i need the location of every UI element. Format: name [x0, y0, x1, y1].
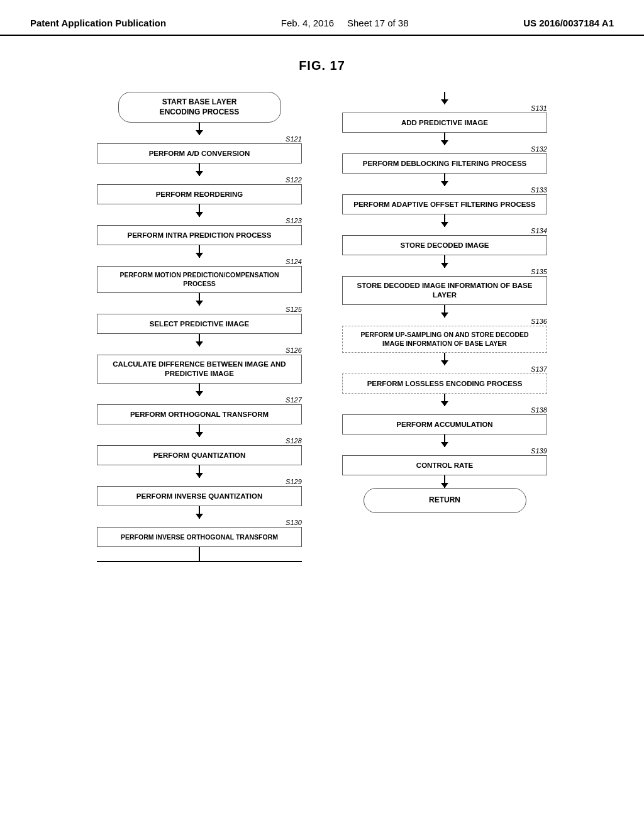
box-s129: PERFORM INVERSE QUANTIZATION [97, 486, 302, 506]
arrow-10 [199, 506, 200, 519]
step-s127: S127 PERFORM ORTHOGONAL TRANSFORM [83, 396, 316, 424]
step-s139: S139 CONTROL RATE [328, 447, 561, 475]
arrow-5 [199, 293, 200, 306]
connector-h-wrap [97, 561, 302, 562]
step-label-s136: S136 [342, 318, 547, 325]
box-s121: PERFORM A/D CONVERSION [97, 143, 302, 163]
arrow-r7 [444, 353, 445, 365]
step-label-s124: S124 [97, 258, 302, 265]
step-label-s133: S133 [342, 186, 547, 194]
step-s132: S132 PERFORM DEBLOCKING FILTERING PROCES… [328, 145, 561, 174]
box-start: START BASE LAYER ENCODING PROCESS [118, 92, 281, 123]
arrow-6 [199, 334, 200, 346]
step-label-s122: S122 [97, 176, 302, 184]
box-s126: CALCULATE DIFFERENCE BETWEEN IMAGE AND P… [97, 355, 302, 384]
step-label-s127: S127 [97, 396, 302, 404]
right-column: S131 ADD PREDICTIVE IMAGE S132 PERFORM D… [328, 92, 561, 513]
header-date: Feb. 4, 2016 [281, 18, 334, 28]
step-s131: S131 ADD PREDICTIVE IMAGE [328, 104, 561, 133]
step-label-s139: S139 [342, 447, 547, 455]
step-s124: S124 PERFORM MOTION PREDICTION/COMPENSAT… [83, 258, 316, 293]
step-s126: S126 CALCULATE DIFFERENCE BETWEEN IMAGE … [83, 346, 316, 384]
step-label-s123: S123 [97, 217, 302, 224]
box-s125: SELECT PREDICTIVE IMAGE [97, 314, 302, 334]
box-s123: PERFORM INTRA PREDICTION PROCESS [97, 225, 302, 245]
box-s132: PERFORM DEBLOCKING FILTERING PROCESS [342, 153, 547, 174]
arrow-r9 [444, 434, 445, 447]
step-s122: S122 PERFORM REORDERING [83, 176, 316, 204]
box-s137: PERFORM LOSSLESS ENCODING PROCESS [342, 374, 547, 394]
box-s124: PERFORM MOTION PREDICTION/COMPENSATION P… [97, 266, 302, 293]
step-s123: S123 PERFORM INTRA PREDICTION PROCESS [83, 217, 316, 245]
step-s137: S137 PERFORM LOSSLESS ENCODING PROCESS [328, 365, 561, 394]
step-label-s134: S134 [342, 227, 547, 235]
arrow-r4 [444, 214, 445, 227]
arrow-3 [199, 204, 200, 217]
step-label-s128: S128 [97, 437, 302, 445]
arrow-4 [199, 245, 200, 258]
step-label-s132: S132 [342, 145, 547, 153]
diagram-container: START BASE LAYER ENCODING PROCESS S121 P… [0, 92, 644, 562]
arrow-1 [199, 123, 200, 135]
step-s130: S130 PERFORM INVERSE ORTHOGONAL TRANSFOR… [83, 519, 316, 547]
box-s134: STORE DECODED IMAGE [342, 235, 547, 255]
connector-hline [97, 561, 302, 562]
step-s135: S135 STORE DECODED IMAGE INFORMATION OF … [328, 268, 561, 305]
box-s131: ADD PREDICTIVE IMAGE [342, 113, 547, 133]
step-label-s131: S131 [342, 104, 547, 112]
header-center: Feb. 4, 2016 Sheet 17 of 38 [281, 18, 409, 28]
step-label-s138: S138 [342, 406, 547, 414]
step-label-s121: S121 [97, 135, 302, 143]
arrow-7 [199, 384, 200, 396]
box-s139: CONTROL RATE [342, 455, 547, 475]
arrow-9 [199, 465, 200, 478]
step-s134: S134 STORE DECODED IMAGE [328, 227, 561, 255]
step-s121: S121 PERFORM A/D CONVERSION [83, 135, 316, 163]
box-s127: PERFORM ORTHOGONAL TRANSFORM [97, 404, 302, 424]
header-right: US 2016/0037184 A1 [523, 18, 614, 28]
box-s135: STORE DECODED IMAGE INFORMATION OF BASE … [342, 276, 547, 305]
step-label-s130: S130 [97, 519, 302, 526]
step-label-s125: S125 [97, 306, 302, 313]
header-left: Patent Application Publication [30, 18, 166, 28]
step-s125: S125 SELECT PREDICTIVE IMAGE [83, 306, 316, 334]
step-label-s135: S135 [342, 268, 547, 275]
box-s136: PERFORM UP-SAMPLING ON AND STORE DECODED… [342, 326, 547, 353]
arrow-r5 [444, 255, 445, 268]
box-return: RETURN [364, 488, 526, 513]
arrow-r2 [444, 133, 445, 145]
arrow-from-connector [444, 92, 445, 104]
step-label-s129: S129 [97, 478, 302, 485]
box-s122: PERFORM REORDERING [97, 184, 302, 204]
step-s133: S133 PERFORM ADAPTIVE OFFSET FILTERING P… [328, 186, 561, 214]
step-label-s126: S126 [97, 346, 302, 354]
arrow-r3 [444, 174, 445, 186]
fig-title: FIG. 17 [0, 58, 644, 73]
step-s129: S129 PERFORM INVERSE QUANTIZATION [83, 478, 316, 506]
arrow-2 [199, 163, 200, 176]
step-return: RETURN [328, 488, 561, 513]
step-s138: S138 PERFORM ACCUMULATION [328, 406, 561, 434]
header-sheet: Sheet 17 of 38 [347, 18, 409, 28]
arrow-r8 [444, 394, 445, 406]
box-s138: PERFORM ACCUMULATION [342, 414, 547, 434]
step-s136: S136 PERFORM UP-SAMPLING ON AND STORE DE… [328, 318, 561, 353]
step-label-s137: S137 [342, 365, 547, 373]
page-header: Patent Application Publication Feb. 4, 2… [0, 0, 644, 36]
arrow-r6 [444, 305, 445, 318]
arrow-8 [199, 424, 200, 437]
box-s130: PERFORM INVERSE ORTHOGONAL TRANSFORM [97, 527, 302, 547]
connector-line-down-left [199, 547, 200, 561]
left-column: START BASE LAYER ENCODING PROCESS S121 P… [83, 92, 316, 562]
box-s128: PERFORM QUANTIZATION [97, 445, 302, 465]
box-s133: PERFORM ADAPTIVE OFFSET FILTERING PROCES… [342, 194, 547, 214]
step-s128: S128 PERFORM QUANTIZATION [83, 437, 316, 465]
step-start: START BASE LAYER ENCODING PROCESS [83, 92, 316, 123]
arrow-r10 [444, 475, 445, 488]
